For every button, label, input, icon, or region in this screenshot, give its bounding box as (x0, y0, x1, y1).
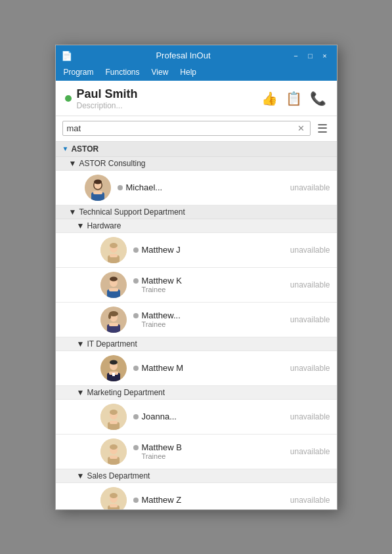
search-clear-button[interactable]: ✕ (296, 123, 306, 133)
person-status-text: unavailable (290, 315, 330, 324)
person-subtitle: Trainee (142, 452, 290, 460)
thumbs-up-icon[interactable]: 👍 (260, 89, 279, 108)
search-input-wrap: ✕ (62, 121, 311, 136)
person-name: Matthew Z (142, 495, 182, 505)
svg-rect-32 (110, 421, 118, 424)
profile-area: Paul Smith Description... 👍 📋 📞 (56, 81, 337, 116)
svg-rect-15 (109, 288, 118, 291)
collapse-icon: ▼ (69, 159, 77, 168)
minimize-button[interactable]: − (290, 49, 303, 62)
group-header-astor[interactable]: ▼ ASTOR (56, 142, 337, 157)
list-item[interactable]: Joanna... unavailable (56, 400, 337, 435)
person-name: Matthew... (142, 310, 181, 320)
person-info: Matthew B Trainee (133, 442, 290, 460)
person-status-dot (133, 445, 139, 450)
hamburger-menu-icon[interactable]: ☰ (315, 120, 330, 137)
person-name: Matthew K (142, 276, 182, 286)
menu-program[interactable]: Program (58, 66, 99, 78)
department-label: Marketing Department (87, 388, 165, 397)
department-label: Sales Department (87, 471, 150, 480)
search-bar: ✕ ☰ (56, 116, 337, 142)
department-label: IT Department (87, 339, 137, 349)
avatar (100, 272, 127, 298)
menu-help[interactable]: Help (175, 66, 202, 78)
person-name: Michael... (126, 182, 163, 192)
window-controls: − □ × (290, 49, 332, 62)
department-header-sales[interactable]: ▼ Sales Department (56, 469, 337, 483)
title-bar: 📄 Profesal InOut − □ × (56, 45, 337, 66)
avatar (85, 175, 111, 201)
svg-rect-4 (93, 191, 102, 194)
profile-description: Description... (77, 101, 260, 110)
person-subtitle: Trainee (142, 320, 290, 328)
search-input[interactable] (67, 123, 296, 133)
profile-name: Paul Smith (77, 87, 260, 101)
person-status-text: unavailable (290, 245, 330, 255)
person-status-dot (133, 498, 139, 503)
subgroup-label: Technical Support Department (79, 207, 185, 217)
svg-rect-42 (110, 504, 118, 507)
person-status-dot (133, 247, 139, 253)
list-item[interactable]: Matthew M unavailable (56, 351, 337, 386)
department-header-hardware[interactable]: ▼ Hardware (56, 219, 337, 233)
close-button[interactable]: × (318, 49, 332, 62)
svg-point-5 (94, 179, 102, 184)
status-indicator (65, 95, 72, 102)
person-status-text: unavailable (290, 412, 330, 421)
svg-point-24 (110, 360, 118, 364)
avatar (100, 404, 127, 430)
sign-out-icon[interactable]: 📋 (284, 89, 303, 108)
person-status-text: unavailable (290, 496, 330, 505)
person-status-text: unavailable (290, 183, 330, 192)
svg-rect-37 (110, 456, 118, 459)
svg-rect-21 (109, 323, 118, 326)
person-info: Matthew M (133, 363, 290, 373)
group-label: ASTOR (71, 144, 98, 154)
list-item[interactable]: Matthew K Trainee unavailable (56, 268, 337, 303)
person-subtitle: Trainee (142, 286, 290, 293)
collapse-icon: ▼ (77, 221, 85, 230)
list-item[interactable]: Matthew Z unavailable (56, 483, 337, 509)
window-title: Profesal InOut (77, 51, 290, 60)
menu-bar: Program Functions View Help (56, 66, 337, 81)
svg-rect-27 (112, 373, 115, 376)
svg-point-13 (110, 276, 118, 281)
collapse-icon: ▼ (77, 471, 85, 480)
avatar (100, 438, 127, 465)
list-item[interactable]: Michael... unavailable (56, 171, 337, 205)
department-label: Hardware (87, 221, 121, 230)
list-item[interactable]: Matthew... Trainee unavailable (56, 303, 337, 337)
app-icon: 📄 (61, 51, 72, 61)
avatar (100, 307, 127, 333)
person-info: Michael... (118, 182, 290, 192)
person-list[interactable]: ▼ ASTOR ▼ ASTOR Consulting (56, 142, 337, 509)
svg-point-35 (110, 444, 118, 450)
maximize-button[interactable]: □ (304, 49, 317, 62)
collapse-icon: ▼ (77, 388, 85, 397)
avatar (100, 487, 127, 509)
profile-actions: 👍 📋 📞 (260, 89, 328, 108)
person-info: Matthew Z (133, 495, 290, 505)
subgroup-header-astor-consulting[interactable]: ▼ ASTOR Consulting (56, 157, 337, 171)
profile-info: Paul Smith Description... (77, 87, 260, 110)
menu-view[interactable]: View (146, 66, 174, 78)
phone-icon[interactable]: 📞 (309, 89, 328, 108)
person-status-dot (133, 366, 139, 371)
avatar (100, 355, 127, 381)
person-info: Matthew... Trainee (133, 310, 290, 328)
svg-point-40 (110, 493, 118, 498)
person-info: Matthew J (133, 245, 290, 255)
subgroup-header-technical[interactable]: ▼ Technical Support Department (56, 205, 337, 219)
avatar (100, 237, 127, 263)
department-header-it[interactable]: ▼ IT Department (56, 337, 337, 351)
department-header-marketing[interactable]: ▼ Marketing Department (56, 386, 337, 400)
menu-functions[interactable]: Functions (100, 66, 145, 78)
person-name: Matthew J (142, 245, 181, 255)
list-item[interactable]: Matthew J unavailable (56, 233, 337, 268)
collapse-icon: ▼ (77, 339, 85, 349)
svg-rect-10 (110, 254, 118, 257)
person-status-dot (133, 278, 139, 284)
svg-point-30 (110, 410, 118, 415)
list-item[interactable]: Matthew B Trainee unavailable (56, 435, 337, 469)
collapse-icon: ▼ (69, 207, 77, 217)
